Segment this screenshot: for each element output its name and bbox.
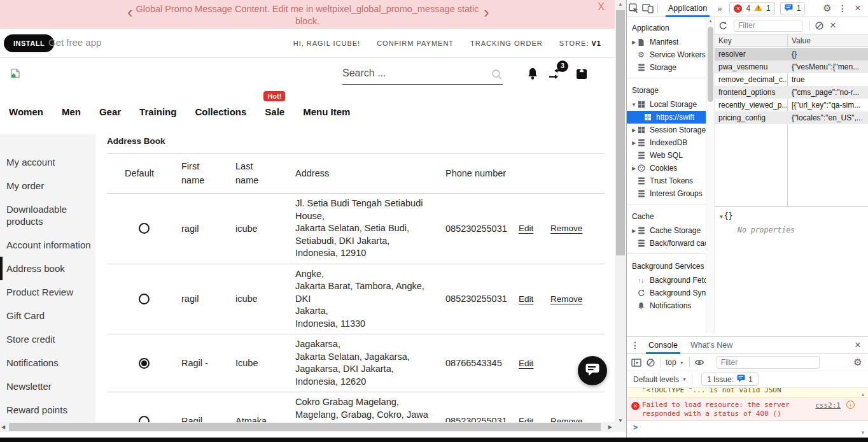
tab-application[interactable]: Application xyxy=(661,0,715,17)
scroll-up-icon[interactable]: ▲ xyxy=(618,1,623,7)
store-switcher[interactable]: STORE: V1 xyxy=(559,39,601,47)
remove-link[interactable]: Remove xyxy=(550,224,601,233)
sidebar-item-my-order[interactable]: My order xyxy=(0,174,95,197)
tab-console[interactable]: Console xyxy=(642,337,684,354)
scroll-right-icon[interactable]: ▶ xyxy=(608,422,612,432)
tree-item-trust-tokens[interactable]: Trust Tokens xyxy=(627,175,706,187)
promo-prev-icon[interactable]: ‹ xyxy=(127,3,133,22)
device-toolbar-icon[interactable] xyxy=(641,1,655,15)
console-sidebar-icon[interactable] xyxy=(629,355,643,369)
nav-item-sale[interactable]: Hot!Sale xyxy=(265,106,284,117)
kv-row-pricing-config[interactable]: pricing_config{"locales":"en_US",... xyxy=(715,111,868,124)
tree-item-background-fetch[interactable]: ↑↓ Background Fetch xyxy=(627,274,706,287)
storage-filter-input[interactable] xyxy=(734,20,802,32)
inspect-element-icon[interactable] xyxy=(627,1,641,15)
console-filter-input[interactable] xyxy=(717,356,820,369)
tree-item-service-workers[interactable]: ⚙ Service Workers xyxy=(627,48,706,61)
scroll-down-icon[interactable]: ▼ xyxy=(618,418,623,424)
chat-fab-button[interactable] xyxy=(578,356,607,385)
console-error-message[interactable]: × Failed to load resource: the server re… xyxy=(627,398,868,421)
tree-item-local-storage-origin[interactable]: https://swift xyxy=(627,111,706,124)
refresh-icon[interactable] xyxy=(716,18,730,32)
vscroll-thumb[interactable] xyxy=(616,10,625,255)
sidebar-item-downloadable-products[interactable]: Downloadable products xyxy=(0,197,95,233)
tree-item-storage[interactable]: Storage xyxy=(627,61,706,74)
issues-button[interactable]: 1 Issue: 1 xyxy=(701,373,759,386)
expander-icon[interactable]: ▶ xyxy=(630,39,638,45)
tree-item-back-forward-cache[interactable]: Back/forward cache xyxy=(627,237,706,250)
nav-item-training[interactable]: Training xyxy=(139,106,176,117)
tree-item-background-sync[interactable]: Background Sync xyxy=(627,287,706,299)
tree-item-notifications[interactable]: Notifications xyxy=(627,299,706,312)
expander-icon[interactable]: ▶ xyxy=(630,166,638,171)
console-settings-gear-icon[interactable]: ⚙ xyxy=(851,355,865,369)
greeting-link[interactable]: HI, RAGIL ICUBE! xyxy=(293,39,360,47)
drawer-close-icon[interactable]: × xyxy=(851,338,865,352)
kv-row-remove-decimal[interactable]: remove_decimal_c...true xyxy=(715,73,868,86)
broken-logo-image-icon[interactable] xyxy=(9,67,22,82)
search-icon[interactable] xyxy=(491,69,503,83)
key-column-header[interactable]: Key xyxy=(715,34,787,46)
tree-vertical-scrollbar[interactable]: ▲ xyxy=(706,17,715,333)
promo-close-icon[interactable]: X xyxy=(598,1,605,13)
notifications-bell-icon[interactable] xyxy=(526,67,540,85)
kv-row-recently-viewed[interactable]: recently_viewed_p...[{"url_key":"qa-sim.… xyxy=(715,99,868,111)
sidebar-item-address-book[interactable]: Address book xyxy=(0,257,95,280)
sidebar-item-store-credit[interactable]: Store credit xyxy=(0,327,95,351)
kv-row-pwa-vesmenu[interactable]: pwa_vesmenu{"vesMenu":{"men... xyxy=(715,61,868,73)
remove-link[interactable]: Remove xyxy=(550,294,601,304)
nav-item-menu-item[interactable]: Menu Item xyxy=(303,106,350,117)
default-radio[interactable] xyxy=(139,223,150,234)
cart-bag-icon[interactable] xyxy=(575,66,588,83)
edit-link[interactable]: Edit xyxy=(519,294,550,304)
initiator-icon[interactable]: ↓ xyxy=(846,401,855,409)
scroll-down-icon[interactable]: ▼ xyxy=(860,430,865,436)
delete-selected-icon[interactable]: × xyxy=(826,18,840,32)
kv-row-resolver[interactable]: resolver{} xyxy=(715,48,868,61)
install-button[interactable]: INSTALL xyxy=(4,34,54,52)
hscroll-thumb[interactable] xyxy=(9,423,601,431)
scroll-up-icon[interactable]: ▲ xyxy=(860,392,865,397)
tree-item-indexeddb[interactable]: ▶ IndexedDB xyxy=(627,136,706,149)
confirm-payment-link[interactable]: CONFIRM PAYMENT xyxy=(377,39,454,47)
tree-item-local-storage[interactable]: ▼ Local Storage xyxy=(627,98,706,111)
tracking-order-link[interactable]: TRACKING ORDER xyxy=(470,39,543,47)
default-radio-checked[interactable] xyxy=(139,358,150,369)
kv-row-frontend-options[interactable]: frontend_options{"cms_page":"no-r... xyxy=(715,86,868,99)
sidebar-item-reward-points[interactable]: Reward points xyxy=(0,398,95,422)
sidebar-item-product-review[interactable]: Product Review xyxy=(0,280,95,304)
clear-console-icon[interactable] xyxy=(643,355,657,369)
default-radio[interactable] xyxy=(139,294,150,304)
horizontal-scrollbar[interactable]: ◀ ▶ xyxy=(0,422,615,432)
value-preview[interactable]: ▼{} xyxy=(720,211,733,220)
sidebar-item-notifications[interactable]: Notifications xyxy=(0,351,95,374)
get-free-app-link[interactable]: Get free app xyxy=(48,37,101,48)
source-link[interactable]: css2:1 xyxy=(815,401,841,410)
eye-icon[interactable] xyxy=(692,355,706,369)
promo-next-icon[interactable]: › xyxy=(484,3,489,22)
tree-item-cache-storage[interactable]: ▶ Cache Storage xyxy=(627,224,706,237)
nav-item-gear[interactable]: Gear xyxy=(99,106,121,117)
tree-item-cookies[interactable]: ▶ Cookies xyxy=(627,162,706,175)
scroll-left-icon[interactable]: ◀ xyxy=(1,422,5,432)
page-vertical-scrollbar[interactable]: ▲ ▼ xyxy=(615,0,626,432)
tree-item-session-storage[interactable]: ▶ Session Storage xyxy=(627,124,706,136)
sidebar-item-gift-card[interactable]: Gift Card xyxy=(0,304,95,327)
value-column-header[interactable]: Value xyxy=(787,34,811,46)
search-input[interactable] xyxy=(342,65,482,82)
edit-link[interactable]: Edit xyxy=(519,359,550,368)
clear-block-icon[interactable] xyxy=(812,18,826,32)
nav-item-men[interactable]: Men xyxy=(62,106,81,117)
tree-item-web-sql[interactable]: Web SQL xyxy=(627,149,706,162)
tree-item-manifest[interactable]: ▶ Manifest xyxy=(627,36,706,48)
log-levels-dropdown[interactable]: Default levels▼ xyxy=(631,375,689,384)
expander-open-icon[interactable]: ▼ xyxy=(630,102,638,108)
expander-icon[interactable]: ▶ xyxy=(630,228,638,234)
edit-link[interactable]: Edit xyxy=(519,224,550,233)
tree-item-interest-groups[interactable]: Interest Groups xyxy=(627,187,706,200)
nav-item-women[interactable]: Women xyxy=(9,106,43,117)
sidebar-item-account-information[interactable]: Account information xyxy=(0,233,95,257)
console-prompt[interactable]: > xyxy=(627,421,868,434)
expander-icon[interactable]: ▶ xyxy=(630,127,638,133)
console-warning-message[interactable]: "<!DOCTYPE "... is not valid JSON xyxy=(627,388,868,398)
